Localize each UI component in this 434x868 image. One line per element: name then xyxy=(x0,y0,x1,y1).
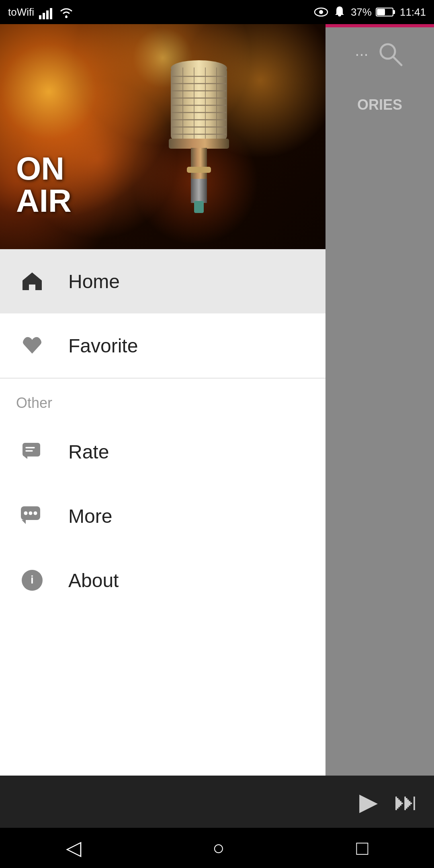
section-other-text: Other xyxy=(16,395,52,411)
favorite-icon xyxy=(16,330,48,362)
svg-rect-2 xyxy=(46,10,49,19)
carrier-text: toWifi xyxy=(8,6,34,18)
categories-text: ORIES xyxy=(357,96,402,113)
status-bar-right: 37% 11:41 xyxy=(314,5,426,19)
svg-rect-28 xyxy=(191,148,207,180)
dots-menu: ... xyxy=(355,41,368,59)
svg-rect-1 xyxy=(43,13,45,19)
status-bar: toWifi xyxy=(0,0,434,24)
recents-button[interactable]: □ xyxy=(356,836,368,860)
red-accent-bar xyxy=(326,24,434,27)
svg-text:i: i xyxy=(31,573,34,586)
home-label: Home xyxy=(68,270,120,293)
svg-rect-3 xyxy=(50,8,52,19)
rate-label: Rate xyxy=(68,441,109,463)
search-icon[interactable] xyxy=(377,40,405,68)
microphone-image xyxy=(135,32,275,241)
sidebar-item-more[interactable]: More xyxy=(0,484,326,548)
battery-icon xyxy=(376,6,396,18)
eye-icon xyxy=(314,5,328,19)
svg-marker-37 xyxy=(22,520,26,524)
svg-rect-30 xyxy=(191,179,207,203)
play-button[interactable]: ▶ xyxy=(359,788,378,816)
rate-icon xyxy=(16,436,48,468)
svg-point-38 xyxy=(24,512,27,515)
about-icon: i xyxy=(16,564,48,596)
home-button[interactable]: ○ xyxy=(213,836,225,860)
time-display: 11:41 xyxy=(400,6,426,18)
svg-point-4 xyxy=(65,16,68,18)
svg-rect-32 xyxy=(23,443,40,457)
svg-rect-9 xyxy=(377,9,385,15)
sidebar-item-favorite[interactable]: Favorite xyxy=(0,313,326,378)
sidebar-item-home[interactable]: Home xyxy=(0,249,326,313)
svg-rect-8 xyxy=(393,10,395,14)
battery-percent: 37% xyxy=(351,6,372,18)
home-icon xyxy=(16,265,48,297)
svg-marker-33 xyxy=(24,457,27,459)
svg-line-11 xyxy=(393,57,401,65)
svg-rect-29 xyxy=(187,167,211,173)
signal-icon xyxy=(38,4,54,20)
svg-point-39 xyxy=(29,512,32,515)
svg-rect-27 xyxy=(169,139,229,149)
favorite-label: Favorite xyxy=(68,335,138,357)
back-button[interactable]: ◁ xyxy=(66,836,81,860)
svg-rect-0 xyxy=(39,15,41,19)
section-other-header: Other xyxy=(0,379,326,420)
navigation-bar: ◁ ○ □ xyxy=(0,828,434,868)
sidebar-item-rate[interactable]: Rate xyxy=(0,420,326,484)
main-content-behind: ... ORIES xyxy=(326,24,434,868)
status-bar-left: toWifi xyxy=(8,4,74,20)
notification-icon xyxy=(332,5,347,19)
forward-button[interactable]: ⏭ xyxy=(394,788,418,816)
more-label: More xyxy=(68,505,112,527)
more-icon xyxy=(16,500,48,532)
hero-image: ON AIR xyxy=(0,24,326,249)
svg-point-40 xyxy=(33,512,37,515)
wifi-icon xyxy=(58,4,74,20)
sidebar-item-about[interactable]: i About xyxy=(0,548,326,612)
menu-items-container: Home Favorite Other xyxy=(0,249,326,868)
on-air-text: ON AIR xyxy=(16,153,72,217)
svg-rect-13 xyxy=(171,68,227,140)
navigation-drawer: ON AIR Home xyxy=(0,24,326,868)
svg-rect-31 xyxy=(194,201,204,213)
about-label: About xyxy=(68,569,119,592)
player-bar: ▶ ⏭ xyxy=(0,776,434,828)
svg-point-6 xyxy=(319,10,323,14)
